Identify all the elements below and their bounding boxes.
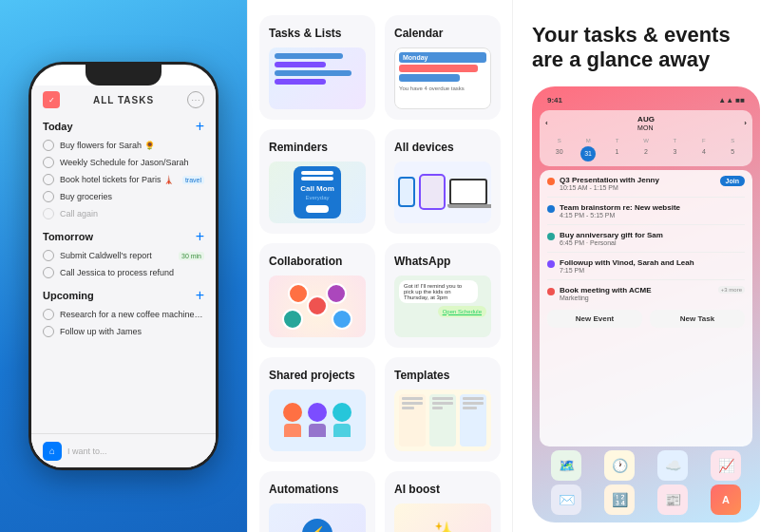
app-icon-weather[interactable]: ☁️ — [657, 450, 688, 481]
task-item[interactable]: Call Jessica to process refund — [31, 264, 216, 281]
upcoming-add-btn[interactable]: + — [196, 287, 204, 304]
calendar-day[interactable]: 30 — [545, 146, 573, 162]
collab-avatar — [326, 283, 347, 304]
task-checkbox[interactable] — [43, 267, 54, 278]
feature-card-tasks[interactable]: Tasks & Lists — [259, 15, 375, 120]
task-checkbox[interactable] — [43, 208, 54, 219]
template-card — [429, 394, 456, 446]
bar — [275, 70, 352, 76]
feature-visual: Monday You have 4 overdue tasks — [394, 46, 491, 110]
event-item[interactable]: Followup with Vinod, Sarah and Leah 7:15… — [547, 258, 745, 274]
task-item[interactable]: Submit Caldwell's report 30 min — [31, 247, 216, 264]
tomorrow-add-btn[interactable]: + — [196, 228, 204, 245]
app-icon-maps[interactable]: 🗺️ — [551, 450, 581, 481]
device-laptop — [449, 179, 487, 205]
collab-visual — [269, 276, 366, 337]
feature-card-aiboost[interactable]: AI boost ✨ — [385, 471, 501, 532]
task-label: Call again — [60, 209, 204, 218]
event-dot — [547, 233, 555, 240]
feature-visual — [269, 46, 366, 110]
feature-card-automations[interactable]: Automations ⚡ — [259, 471, 375, 532]
calendar-day[interactable]: 4 — [690, 146, 717, 162]
today-add-btn[interactable]: + — [196, 118, 204, 135]
calendar-day[interactable]: 2 — [632, 146, 659, 162]
task-label: Buy flowers for Sarah 🌻 — [60, 141, 204, 150]
calendar-day[interactable]: 5 — [719, 146, 747, 162]
task-checkbox[interactable] — [43, 174, 54, 185]
calendar-strip[interactable]: ‹ AUG MON › S M T W T F S 30 31 1 2 3 4 … — [540, 110, 752, 166]
task-checkbox[interactable] — [43, 140, 54, 151]
event-item[interactable]: Book meeting with ACME Marketing +3 more — [547, 286, 745, 301]
event-title: Buy anniversary gift for Sam — [560, 231, 745, 239]
task-item[interactable]: Research for a new coffee machine ☕ — [31, 306, 216, 323]
feature-visual — [269, 274, 366, 338]
feature-card-whatsapp[interactable]: WhatsApp Got it! I'll remind you to pick… — [385, 243, 501, 348]
event-item[interactable]: Team brainstorm re: New website 4:15 PM … — [547, 203, 745, 218]
phone-header: ✓ ALL TASKS ⋯ — [31, 86, 216, 112]
person-avatar — [308, 403, 327, 422]
auto-visual: ⚡ — [269, 504, 366, 533]
feature-card-devices[interactable]: All devices — [385, 129, 501, 234]
app-icon-calc[interactable]: 🔢 — [604, 484, 635, 515]
feature-visual — [394, 388, 491, 452]
event-item[interactable]: Buy anniversary gift for Sam 6:45 PM · P… — [547, 231, 745, 246]
feature-card-reminders[interactable]: Reminders Call Mom Everyday — [259, 129, 375, 234]
feature-card-shared[interactable]: Shared projects — [259, 357, 375, 462]
divider — [547, 224, 745, 225]
task-item[interactable]: Follow up with James — [31, 323, 216, 340]
prev-month-btn[interactable]: ‹ — [545, 119, 548, 127]
person-avatar — [332, 403, 352, 422]
reminder-label: Call Mom — [300, 184, 334, 193]
task-checkbox[interactable] — [43, 191, 54, 202]
app-icon-stocks[interactable]: 📈 — [711, 450, 741, 481]
day-header: T — [603, 136, 631, 145]
tasks-visual — [269, 48, 366, 109]
template-card — [460, 394, 486, 446]
feature-grid: Tasks & Lists Calendar Monday You have 4… — [259, 15, 501, 532]
feature-card-calendar[interactable]: Calendar Monday You have 4 overdue tasks — [385, 15, 501, 120]
devices-visual — [394, 162, 491, 223]
quick-input[interactable]: I want to... — [67, 446, 204, 456]
event-item[interactable]: Q3 Presentation with Jenny 10:15 AM - 1:… — [547, 176, 745, 191]
template-card — [399, 394, 426, 446]
ai-visual: ✨ — [394, 504, 491, 533]
join-button[interactable]: Join — [720, 176, 745, 186]
task-checkbox[interactable] — [43, 309, 54, 320]
calendar-visual: Monday You have 4 overdue tasks — [394, 48, 491, 109]
task-checkbox[interactable] — [43, 157, 54, 168]
tc-line — [432, 402, 453, 405]
home-icon[interactable]: ⌂ — [43, 442, 62, 461]
task-item-dimmed[interactable]: Call again — [31, 205, 216, 222]
person-body — [284, 424, 301, 437]
task-tag: travel — [182, 176, 204, 184]
task-item[interactable]: Book hotel tickets for Paris 🗼 travel — [31, 171, 216, 188]
feature-card-collaboration[interactable]: Collaboration — [259, 243, 375, 348]
calendar-day[interactable]: 1 — [603, 146, 631, 162]
app-icon-anydo[interactable]: A — [711, 484, 741, 515]
app-icon-clock[interactable]: 🕐 — [604, 450, 635, 481]
task-checkbox[interactable] — [43, 250, 54, 261]
task-item[interactable]: Buy flowers for Sarah 🌻 — [31, 137, 216, 154]
app-icon-mail[interactable]: ✉️ — [551, 484, 581, 515]
cal-footer: You have 4 overdue tasks — [399, 86, 486, 91]
calendar-day-today[interactable]: 31 — [580, 146, 596, 162]
app-icon-news[interactable]: 📰 — [657, 484, 688, 515]
calendar-day[interactable]: 3 — [661, 146, 689, 162]
event-info: Q3 Presentation with Jenny 10:15 AM - 1:… — [560, 176, 715, 191]
next-month-btn[interactable]: › — [744, 119, 747, 127]
task-item[interactable]: Buy groceries — [31, 188, 216, 205]
event-time: 4:15 PM - 5:15 PM — [560, 212, 745, 218]
task-item[interactable]: Weekly Schedule for Jason/Sarah — [31, 154, 216, 171]
phone-menu-btn[interactable]: ⋯ — [187, 91, 204, 108]
status-icons: ▲▲ ■■ — [718, 96, 745, 104]
new-task-button[interactable]: New Task — [650, 310, 745, 328]
feature-title: AI boost — [394, 483, 440, 496]
event-time: 7:15 PM — [560, 267, 745, 274]
person-body — [309, 424, 326, 437]
new-event-button[interactable]: New Event — [547, 310, 642, 328]
feature-card-templates[interactable]: Templates — [385, 357, 501, 462]
tc-line — [402, 397, 423, 400]
feature-visual: ⚡ — [269, 502, 366, 532]
task-checkbox[interactable] — [43, 326, 54, 337]
event-title: Followup with Vinod, Sarah and Leah — [560, 258, 745, 267]
